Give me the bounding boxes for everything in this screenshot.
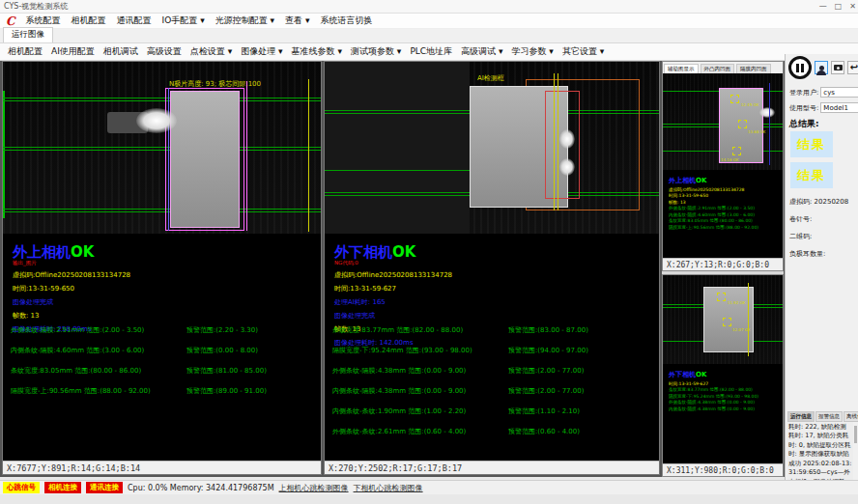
tool-other-settings[interactable]: 其它设置 ▾ [562,45,604,58]
comm-status-badge: 通讯连接 [86,482,123,493]
login-user-label: 登录用户: [789,88,818,98]
menu-language-switch[interactable]: 系统语言切换 [320,14,372,27]
menu-light-config[interactable]: 光源控制配置 ▾ [215,14,274,27]
tool-plc-address[interactable]: PLC地址库 [410,45,452,58]
log-tab-run[interactable]: 运行信息 [787,411,815,422]
heartbeat-status-badge: 心跳信号 [3,482,40,493]
app-logo-icon: C [6,14,15,28]
green-edge-line [3,91,5,218]
lower-camera-subtitle: NG代码:0 [334,260,452,266]
tool-advanced-settings[interactable]: 高级设置 [147,45,182,58]
qr-code-label: 二维码: [789,232,812,241]
minimize-button[interactable]: — [819,0,827,14]
upper-camera-heartbeat-link[interactable]: 上相机心跳检测图像 [279,483,349,493]
log-tab-offline[interactable]: 离线信息 [844,411,858,422]
upper-camera-subtitle: 输出_图片 [13,260,130,266]
pause-button[interactable] [788,56,812,79]
menu-comm-config[interactable]: 通讯配置 [117,14,152,27]
camera-snapshot-button[interactable] [831,61,844,74]
login-user-row: 登录用户: cys [789,87,858,98]
battery-cell [170,91,240,228]
logout-button[interactable]: ↩ [847,61,858,74]
measurement-row: 条纹宽度:83.05mm 范围:(80.00 - 86.00)预警范围:(81.… [11,366,316,376]
aux-view-bottom: 11.92 OK 12.07 OK 外下相机OK 时间:13-31-59-627… [662,274,784,477]
user-lock-button[interactable] [815,61,828,74]
aux-overlay-top: 外上相机OK 虚拟码:Offline20250208133134728 时间:1… [669,176,777,230]
lower-camera-title: 外下相机OK [334,245,452,260]
measurement-row: 条纹宽度:83.77mm 范围:(82.00 - 88.00)预警范围:(83.… [332,325,653,335]
lower-time: 时间:13-31-59-627 [334,284,452,294]
aux-tab-membrane[interactable]: 隔膜内凹面 [736,64,771,73]
result-box-lower: 结果 [790,162,833,188]
tab-run-image[interactable]: 运行图像 [3,27,53,42]
yellow-guide-line-mini [748,283,749,356]
log-scrollbar[interactable] [854,426,857,443]
tool-ai-use-config[interactable]: AI使用配置 [51,45,95,58]
blue-guide-line-mini [769,83,770,165]
camera-panel-lower: AI检测框 外下相机OK NG代码:0 虚拟码:Offline202502081… [324,61,660,475]
fixture-shadow [325,62,470,234]
auxiliary-column: 辅助图显示 外凸内凹面 隔膜内凹面 12.45 OK 13.68 OK 14.1… [662,61,784,477]
lower-measurements: 条纹宽度:83.77mm 范围:(82.00 - 88.00)预警范围:(83.… [332,325,653,447]
model-label: 使用型号: [789,103,818,113]
tool-camera-debug[interactable]: 相机调试 [103,45,138,58]
menu-io-config[interactable]: IO手配置 ▾ [162,14,205,27]
tool-camera-config[interactable]: 相机配置 [8,45,43,58]
run-log-text: 耗时: 222, 缺陷检测耗时: 17, 缺陷分类耗时: 0, 缺陷提取分区耗时… [787,422,853,486]
tool-test-item-params[interactable]: 测试项参数 ▾ [351,45,401,58]
right-sidebar: ↩ 登录用户: cys 使用型号: Model1 总结果: 结果 结果 虚拟码:… [785,54,858,494]
upper-virtual-code: 虚拟码:Offline20250208133134728 [13,270,130,280]
aux-overlay-bottom: 外下相机OK 时间:13-31-59-627 条纹宽度:83.77mm 范围:(… [669,370,777,411]
menu-system-config[interactable]: 系统配置 [26,14,61,27]
tool-image-processing[interactable]: 图像处理 ▾ [241,45,282,58]
gripper-glove-mini [759,107,775,118]
measurement-row: 内侧条纹-隔膜:4.60mm 范围:(3.00 - 6.00)预警范围:(0.0… [11,346,316,355]
glare-spot [559,129,575,149]
model-field[interactable]: Model1 [820,102,858,113]
camera-icon [834,65,843,70]
cpu-memory-readout: Cpu: 0.0% Memory: 3424.41796875M [128,484,274,492]
gripper-glove [136,108,177,133]
tool-learning-params[interactable]: 学习参数 ▾ [512,45,554,58]
user-icon [819,66,824,70]
aux-bottom-pixel-readout: X:311;Y:980;R:0;G:0;B:0 [663,463,783,476]
login-user-field[interactable]: cys [820,87,858,98]
upper-pixel-readout: X:7677;Y:891;R:14;G:14;B:14 [3,461,321,474]
yellow-guide-line [558,73,558,210]
magenta-guide-line [246,81,247,231]
aux-tab-outer[interactable]: 外凸内凹面 [701,64,735,73]
camera-image-lower[interactable]: AI检测框 [325,62,659,234]
yellow-guide-line [308,79,309,232]
aux-image-bottom[interactable]: 11.92 OK 12.07 OK [663,275,783,364]
aux-image-top[interactable]: 12.45 OK 13.68 OK 14.16 OK [663,73,783,170]
measurement-row: 内侧条纹-隔膜:4.38mm 范围:(0.00 - 9.00)预警范围:(2.0… [332,386,653,396]
result-box-upper: 结果 [790,131,833,157]
measurement-row: 隔膜宽度-上:90.56mm 范围:(88.00 - 92.00)预警范围:(8… [11,386,316,396]
lower-ai-time: 处理AI耗时: 165 [334,297,452,307]
log-tab-alarm[interactable]: 报警信息 [815,411,843,422]
upper-process-done: 图像处理完成 [13,297,130,307]
lower-camera-heartbeat-link[interactable]: 下相机心跳检测图像 [354,483,423,493]
camera-image-upper[interactable]: N极片高度: 93; 极芯间隙:100 [3,62,321,234]
upper-annotation: N极片高度: 93; 极芯间隙:100 [169,79,261,89]
virtual-code-row: 虚拟码: 20250208 [789,197,848,207]
title-bar: CYS-视觉检测系统 — □ ✕ [0,0,858,14]
maximize-button[interactable]: □ [835,0,843,14]
tool-advanced-debug[interactable]: 高级调试 ▾ [461,45,502,58]
camera-status-badge: 相机连接 [44,482,81,493]
aux-view-top: 辅助图显示 外凸内凹面 隔膜内凹面 12.45 OK 13.68 OK 14.1… [662,61,784,271]
upper-camera-title: 外上相机OK [13,245,130,260]
upper-time: 时间:13-31-59-650 [13,284,130,294]
tool-baseline-params[interactable]: 基准线参数 ▾ [292,45,342,58]
lower-process-done: 图像处理完成 [334,311,452,321]
blue-guide-line [168,88,169,231]
tool-spotcheck-settings[interactable]: 点检设置 ▾ [190,45,232,58]
control-buttons: ↩ [788,56,858,79]
aux-tabs: 辅助图显示 外凸内凹面 隔膜内凹面 [663,62,783,73]
aux-tab-assist[interactable]: 辅助图显示 [664,64,699,73]
measurement-row: 内侧条纹-条纹:1.90mm 范围:(1.00 - 2.20)预警范围:(1.1… [332,406,653,416]
menu-camera-config[interactable]: 相机配置 [72,14,106,27]
model-row: 使用型号: Model1 [789,102,858,113]
close-button[interactable]: ✕ [849,0,856,14]
menu-view[interactable]: 查看 ▾ [285,14,309,27]
